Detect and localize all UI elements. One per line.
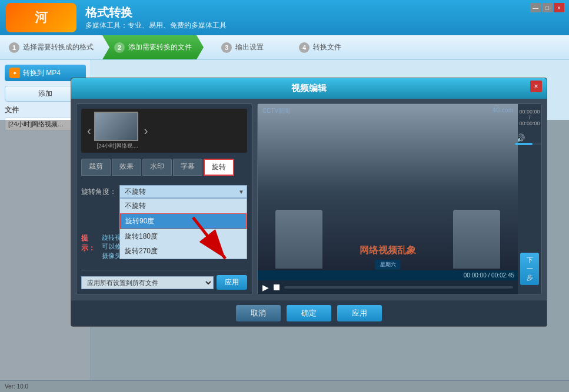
progress-bar[interactable] (284, 286, 513, 289)
modal-footer: 取消 确定 应用 (71, 300, 547, 326)
edit-tabs: 裁剪 效果 水印 字幕 旋转 (81, 159, 247, 176)
app-header: 格式转换 多媒体工具：专业、易用、免费的多媒体工具 — □ × (0, 0, 569, 35)
step-1[interactable]: 1 选择需要转换成的格式 (0, 35, 102, 59)
side-strip: 00:00:00 / 00:00:00 🔊 下一步 (518, 104, 541, 294)
dropdown-item-rotate-270[interactable]: 旋转270度 (120, 244, 247, 259)
video-time-overlay: 00:00:00 / 00:02:45 (258, 270, 518, 280)
tab-rotate[interactable]: 旋转 (204, 159, 234, 176)
thumb-inner (95, 113, 137, 140)
footer-apply-button[interactable]: 应用 (337, 305, 382, 321)
rotate-dropdown-list: 不旋转 旋转90度 旋转180度 旋转270度 (119, 198, 247, 259)
modal-left-panel: ‹ [24小时]网络视.... › 裁剪 效果 水印 字幕 旋转 (76, 103, 252, 295)
step-4-label: 转换文件 (313, 42, 341, 52)
tab-effect[interactable]: 效果 (112, 159, 141, 176)
app-logo (6, 3, 76, 32)
dropdown-item-no-rotate[interactable]: 不旋转 (120, 199, 247, 213)
maximize-button[interactable]: □ (542, 3, 553, 12)
video-editor-modal: 视频编辑 × ‹ [24小时]网络视.... › (71, 78, 547, 327)
apply-row: 应用所有设置到所有文件 应用 (81, 270, 247, 290)
step-2-label: 添加需要转换的文件 (128, 42, 192, 52)
tab-watermark[interactable]: 水印 (142, 159, 172, 176)
anchor-right-figure (453, 210, 500, 269)
window-controls: — □ × (530, 3, 564, 12)
thumbnail-strip: ‹ [24小时]网络视.... › (81, 109, 247, 153)
step-3[interactable]: 3 输出设置 (212, 35, 272, 59)
video-channel-left: CCTV新闻 (262, 107, 290, 115)
volume-icon: 🔊 (515, 133, 541, 143)
volume-fill (515, 143, 533, 145)
volume-slider[interactable] (515, 143, 541, 145)
video-controls: ▶ (258, 280, 518, 294)
step-1-num: 1 (9, 42, 19, 53)
modal-header: 视频编辑 × (71, 78, 547, 99)
step-3-num: 3 (221, 42, 232, 53)
main-area: ✦ 转换到 MP4 添加 文件 [24小时]网络视频... 视频编辑 × ‹ (0, 60, 569, 392)
convert-icon: ✦ (9, 68, 20, 78)
rotate-section: 旋转角度： 不旋转 旋转90度 旋转180度 旋转270度 ▼ 不 (81, 180, 247, 265)
play-button[interactable]: ▶ (262, 283, 269, 292)
stop-button[interactable] (274, 284, 279, 290)
rotate-angle-row: 旋转角度： 不旋转 旋转90度 旋转180度 旋转270度 ▼ 不 (81, 185, 247, 198)
tab-subtitle[interactable]: 字幕 (173, 159, 202, 176)
convert-label: 转换到 MP4 (23, 68, 61, 78)
video-overlay-text: 网络视频乱象 (360, 244, 416, 257)
step-2-num: 2 (114, 42, 125, 53)
modal-close-button[interactable]: × (530, 81, 542, 92)
step-1-label: 选择需要转换成的格式 (23, 42, 94, 52)
modal-right-panel: CCTV新闻 4G.com 网络视频乱象 星期六 00:00:00 / 00 (257, 103, 542, 295)
rotate-angle-select[interactable]: 不旋转 旋转90度 旋转180度 旋转270度 (119, 185, 247, 198)
rotate-angle-label: 旋转角度： (81, 187, 119, 197)
step-4-num: 4 (299, 42, 310, 53)
dropdown-item-rotate-180[interactable]: 旋转180度 (120, 229, 247, 244)
next-step-button[interactable]: 下一步 (520, 253, 539, 285)
step-3-label: 输出设置 (235, 42, 264, 52)
rotate-select-wrapper: 不旋转 旋转90度 旋转180度 旋转270度 ▼ 不旋转 旋转90度 旋转18… (119, 185, 247, 198)
confirm-button[interactable]: 确定 (287, 305, 331, 321)
thumbnail-item[interactable]: [24小时]网络视.... (94, 112, 141, 150)
tab-crop[interactable]: 裁剪 (81, 159, 111, 176)
modal-title: 视频编辑 (291, 83, 327, 93)
step-2[interactable]: 2 添加需要转换的文件 (102, 35, 204, 59)
side-time-display: 00:00:00 / 00:00:00 (519, 109, 540, 126)
anchor-left-figure (275, 210, 322, 269)
thumbnail-label: [24小时]网络视.... (94, 142, 141, 150)
weekday-bar: 星期六 (375, 260, 401, 270)
app-title: 格式转换 (85, 5, 218, 21)
side-volume: 🔊 (515, 133, 541, 145)
video-time-total: 00:00:00 / 00:02:45 (464, 272, 514, 279)
modal-body: ‹ [24小时]网络视.... › 裁剪 效果 水印 字幕 旋转 (71, 99, 547, 300)
minimize-button[interactable]: — (530, 3, 541, 12)
thumbnail-image (94, 112, 138, 141)
next-thumb-button[interactable]: › (141, 124, 151, 138)
step-4[interactable]: 4 转换文件 (290, 35, 350, 59)
video-preview: CCTV新闻 4G.com 网络视频乱象 星期六 00:00:00 / 00 (258, 104, 518, 280)
app-subtitle: 多媒体工具：专业、易用、免费的多媒体工具 (85, 21, 227, 31)
apply-scope-select[interactable]: 应用所有设置到所有文件 (81, 276, 214, 289)
apply-button[interactable]: 应用 (217, 275, 247, 290)
hint-label: 提示： (81, 233, 102, 253)
dropdown-item-rotate-90[interactable]: 旋转90度 (120, 213, 247, 229)
video-content: CCTV新闻 4G.com 网络视频乱象 星期六 (258, 104, 518, 280)
video-channel-right: 4G.com (493, 107, 513, 113)
steps-bar: 1 选择需要转换成的格式 2 添加需要转换的文件 3 输出设置 4 转换文件 (0, 35, 569, 60)
prev-thumb-button[interactable]: ‹ (84, 124, 94, 138)
cancel-button[interactable]: 取消 (236, 305, 281, 321)
close-button[interactable]: × (554, 3, 564, 12)
